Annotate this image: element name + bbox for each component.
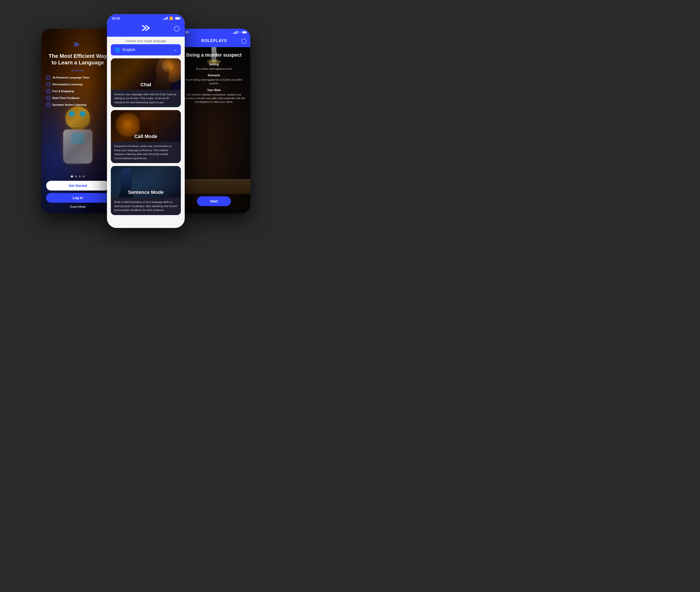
user-profile-icon[interactable]: ◯ [174,25,180,32]
chat-mode-title: Chat [111,82,181,88]
right-wifi-icon: ∿ [239,31,241,34]
dot-4 [83,176,85,178]
feature-item-4: ✓ Real-Time Feedback [46,96,109,100]
role-section: Your Role You need to maintain composure… [181,89,246,104]
setting-value: At a police interrogations room [181,67,246,71]
call-mode-card[interactable]: Call Mode Experience AI-driven, audio-on… [111,110,181,163]
roleplays-section-title: ROLEPLAYS [187,39,241,43]
dot-2 [75,176,77,178]
scenario-label: Scenario [181,73,246,77]
get-started-button[interactable]: Get Started [46,181,109,191]
scenario-value: You're being interrogated for a murder y… [181,78,246,86]
feature-list: ✓ AI-Powered Language Tutor ✓ Personaliz… [46,75,109,109]
selected-language: English [122,48,135,52]
sentence-mode-card[interactable]: Sentence Mode Build a solid foundation o… [111,166,181,215]
start-button[interactable]: Start [197,196,231,206]
role-value: You need to maintain composure, explain … [181,93,246,104]
sentence-mode-description: Build a solid foundation of your languag… [111,198,181,215]
setting-section: Setting At a police interrogations room [181,63,246,71]
check-icon-5: ✓ [46,103,51,107]
left-headline: The Most Efficient Way to Learn a Langua… [46,53,109,66]
left-divider [72,70,84,71]
center-phone: 10:10 📶 [107,14,185,228]
check-icon-1: ✓ [46,75,51,80]
center-time: 10:10 [112,16,120,20]
feature-item-2: ✓ Personalized Learning [46,82,109,87]
call-card-decoration [116,112,140,137]
dot-3 [79,176,81,178]
call-mode-description: Experience AI-driven, audio-only convers… [111,142,181,163]
battery-icon [175,17,180,20]
chevron-down-icon: ⌄ [174,47,177,52]
language-selector[interactable]: 🌐 English ⌄ [111,44,181,55]
right-phone: 10:10 ∿ [178,29,250,213]
dot-1 [71,176,73,178]
app-logo-left [73,41,83,50]
feature-item-1: ✓ AI-Powered Language Tutor [46,75,109,80]
right-status-icons: ∿ [233,31,246,34]
signal-icon [163,17,168,20]
right-user-icon[interactable]: ◯ [241,38,246,44]
left-phone: The Most Efficient Way to Learn a Langua… [41,29,114,213]
center-logo-row: ◯ [107,21,185,37]
status-icons-center: 📶 [163,16,180,20]
center-status-bar: 10:10 📶 [107,14,185,21]
pagination-dots [71,176,85,178]
setting-label: Setting [181,63,246,66]
chat-mode-card[interactable]: Chat Enhance your language skills with t… [111,58,181,107]
role-label: Your Role [181,89,246,92]
feature-item-5: ✓ Dynamic Active Listening [46,103,109,107]
roleplay-title: Being a murder suspect [181,52,246,58]
right-status-bar: 10:10 ∿ [178,29,250,36]
call-mode-title: Call Mode [111,134,181,139]
check-icon-4: ✓ [46,96,51,100]
right-battery-icon [242,31,246,34]
roleplays-header: ROLEPLAYS ◯ [178,36,250,47]
sentence-mode-title: Sentence Mode [111,190,181,195]
scenario-section: Scenario You're being interrogated for a… [181,73,246,86]
wifi-icon: 📶 [169,16,173,20]
feature-item-3: ✓ Fun & Engaging [46,89,109,93]
center-app-logo [141,23,153,33]
guest-mode-link[interactable]: Guest Mode [70,205,86,208]
language-select-label: Choose your target language [107,37,185,44]
check-icon-3: ✓ [46,89,51,93]
right-signal-icon [233,31,238,34]
login-button[interactable]: Log In [46,193,109,203]
check-icon-2: ✓ [46,82,51,87]
globe-icon: 🌐 [115,47,120,52]
chat-mode-description: Enhance your language skills with the Ch… [111,90,181,107]
